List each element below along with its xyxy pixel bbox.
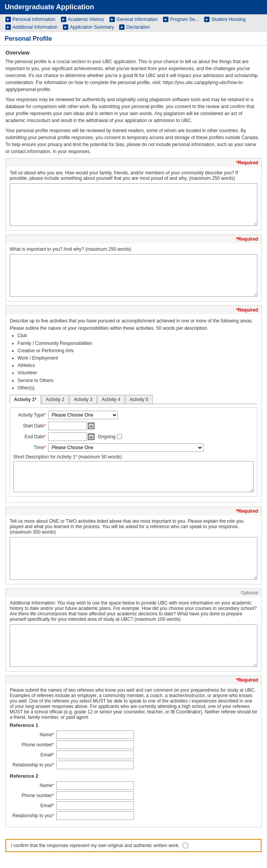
nav-label-additional: Additional Information bbox=[12, 24, 57, 30]
section6-intro: Please submit the names of two referees … bbox=[10, 687, 257, 720]
end-date-calendar-icon[interactable] bbox=[88, 433, 95, 440]
form-section-3: *Required Describe up to five activities… bbox=[5, 305, 262, 503]
ref2-name-row: Name* bbox=[10, 781, 257, 790]
section1-header: *Required bbox=[6, 158, 261, 167]
section4-question: Tell us more about ONE or TWO activities… bbox=[10, 518, 257, 535]
short-desc-textarea[interactable] bbox=[13, 461, 254, 492]
ref1-phone-input[interactable] bbox=[56, 741, 134, 749]
reference-2-section: Reference 2 Name* Phone number* Email* R… bbox=[10, 773, 257, 820]
section4-textarea[interactable] bbox=[10, 537, 257, 580]
nav-label-summary: Application Summary bbox=[70, 24, 114, 30]
ref1-email-row: Email* bbox=[10, 751, 257, 759]
section-title: Personal Profile bbox=[0, 32, 267, 46]
form-section-2: *Required What is important to you? And … bbox=[5, 234, 262, 301]
nav-icon-general: ► bbox=[109, 17, 115, 22]
start-date-calendar-icon[interactable] bbox=[88, 422, 95, 429]
ref2-relationship-label: Relationship to you* bbox=[10, 813, 56, 818]
confirm-checkbox[interactable] bbox=[183, 843, 188, 848]
ref2-phone-input[interactable] bbox=[56, 791, 134, 800]
ref1-email-input[interactable] bbox=[56, 751, 134, 759]
confirm-section: I confirm that the responses represent m… bbox=[5, 839, 262, 852]
tab-activity-1[interactable]: Activity 1* bbox=[10, 395, 41, 404]
ref1-name-label: Name* bbox=[10, 732, 56, 737]
ref2-phone-row: Phone number* bbox=[10, 791, 257, 800]
ref1-name-row: Name* bbox=[10, 730, 257, 739]
end-date-label: End Date* bbox=[13, 434, 48, 439]
overview-para1: The personal profile is a crucial sectio… bbox=[5, 58, 262, 93]
start-date-row: Start Date* bbox=[13, 422, 254, 430]
nav-declaration[interactable]: ► Declaration bbox=[117, 24, 152, 31]
activity-type-creative: Creative or Performing Arts bbox=[17, 347, 257, 355]
time-row: Time* Please Choose One bbox=[13, 443, 254, 452]
nav-label-academic: Academic History bbox=[68, 17, 104, 22]
end-date-input[interactable] bbox=[48, 432, 87, 441]
ongoing-label: Ongoing bbox=[98, 434, 115, 439]
ref2-name-input[interactable] bbox=[56, 781, 134, 790]
nav-label-general: General Information bbox=[116, 17, 158, 22]
section2-required: *Required bbox=[236, 236, 258, 242]
ref2-email-label: Email* bbox=[10, 803, 56, 808]
section2-body: What is important to you? And why? (maxi… bbox=[6, 243, 261, 301]
nav-icon-academic: ► bbox=[61, 17, 66, 22]
activity-type-club: Club bbox=[17, 332, 257, 339]
section3-header: *Required bbox=[6, 306, 261, 314]
nav-academic-history[interactable]: ► Academic History bbox=[59, 16, 106, 23]
page-title: Undergraduate Application bbox=[5, 3, 94, 11]
tab-activity-2[interactable]: Activity 2 bbox=[42, 395, 69, 404]
ongoing-checkbox[interactable] bbox=[117, 434, 122, 439]
section5-textarea[interactable] bbox=[10, 624, 257, 667]
ref2-name-label: Name* bbox=[10, 783, 56, 788]
nav-icon-housing: ► bbox=[204, 17, 210, 22]
nav-label-housing: Student Housing bbox=[211, 17, 246, 22]
section1-textarea[interactable] bbox=[10, 183, 257, 226]
activities-intro-text: Describe up to five activities that you … bbox=[10, 317, 257, 332]
nav-icon-program: ► bbox=[163, 17, 168, 22]
section4-required: *Required bbox=[236, 508, 258, 514]
overview-para3: Your personal profile responses will be … bbox=[5, 127, 262, 155]
tab-activity-5[interactable]: Activity 5 bbox=[125, 395, 153, 404]
start-date-input[interactable] bbox=[48, 422, 87, 430]
nav-label-program: Program Se... bbox=[170, 17, 199, 22]
ref1-name-input[interactable] bbox=[56, 730, 134, 739]
nav-icon-summary: ► bbox=[63, 24, 68, 30]
ref1-phone-label: Phone number* bbox=[10, 742, 56, 747]
ref1-title: Reference 1 bbox=[10, 722, 257, 728]
nav-additional[interactable]: ► Additional Information bbox=[3, 24, 60, 31]
nav-label-personal: Personal Information bbox=[12, 17, 55, 22]
short-desc-section: Short Description for Activity 1* (maxim… bbox=[13, 454, 254, 493]
activity-type-athletics: Athletics bbox=[17, 362, 257, 369]
tab-activity-4[interactable]: Activity 4 bbox=[97, 395, 125, 404]
section4-body: Tell us more about ONE or TWO activities… bbox=[6, 515, 261, 584]
nav-summary[interactable]: ► Application Summary bbox=[61, 24, 116, 31]
ref2-email-input[interactable] bbox=[56, 801, 134, 810]
nav-general-info[interactable]: ► General Information bbox=[107, 16, 160, 23]
ref1-relationship-input[interactable] bbox=[56, 761, 134, 769]
ref2-relationship-input[interactable] bbox=[56, 811, 134, 820]
page-header: Undergraduate Application bbox=[0, 0, 267, 14]
section5-optional: Optional bbox=[241, 590, 258, 596]
ref2-title: Reference 2 bbox=[10, 773, 257, 779]
nav-program[interactable]: ► Program Se... bbox=[161, 16, 201, 23]
time-label: Time* bbox=[13, 445, 48, 450]
svg-rect-4 bbox=[89, 435, 93, 439]
nav-label-declaration: Declaration bbox=[126, 24, 150, 30]
activity-type-service: Service to Others bbox=[17, 377, 257, 384]
nav-icon-personal: ► bbox=[5, 17, 11, 22]
activities-type-list: Club Family / Community Responsibilities… bbox=[17, 332, 257, 392]
nav-bar: ► Personal Information ► Academic Histor… bbox=[0, 14, 267, 32]
section2-textarea[interactable] bbox=[10, 254, 257, 297]
start-date-label: Start Date* bbox=[13, 423, 48, 429]
activity-type-other: Other(s) bbox=[17, 384, 257, 392]
section3-body: Describe up to five activities that you … bbox=[6, 314, 261, 502]
time-select[interactable]: Please Choose One bbox=[48, 443, 203, 452]
nav-personal-info[interactable]: ► Personal Information bbox=[3, 16, 58, 23]
activity-type-volunteer: Volunteer bbox=[17, 369, 257, 377]
ref1-phone-row: Phone number* bbox=[10, 741, 257, 749]
activity-type-select[interactable]: Please Choose One Club Family / Communit… bbox=[48, 411, 118, 419]
confirm-text: I confirm that the responses represent m… bbox=[11, 843, 180, 848]
ref1-relationship-label: Relationship to you* bbox=[10, 762, 56, 768]
activity-type-label: Activity Type* bbox=[13, 412, 48, 418]
tab-activity-3[interactable]: Activity 3 bbox=[69, 395, 97, 404]
nav-housing[interactable]: ► Student Housing bbox=[202, 16, 248, 23]
form-section-4: *Required Tell us more about ONE or TWO … bbox=[5, 506, 262, 584]
